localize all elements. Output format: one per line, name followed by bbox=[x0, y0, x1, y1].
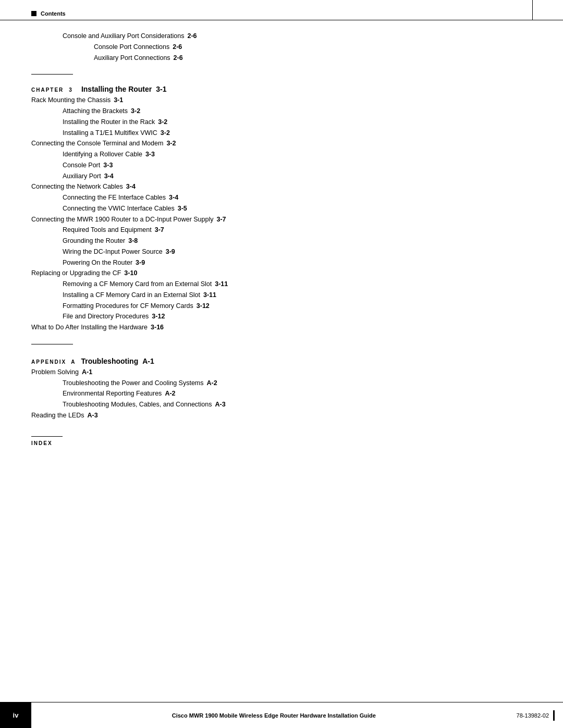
toc-entry: Formatting Procedures for CF Memory Card… bbox=[63, 301, 532, 311]
toc-title: Connecting the VWIC Interface Cables bbox=[63, 204, 175, 214]
toc-entry: Auxiliary Port 3-4 bbox=[63, 171, 532, 181]
toc-entry: File and Directory Procedures 3-12 bbox=[63, 312, 532, 322]
top-header: Contents bbox=[31, 10, 532, 17]
toc-entry: What to Do After Installing the Hardware… bbox=[31, 323, 532, 332]
header-contents-label: Contents bbox=[41, 10, 66, 17]
toc-page: A-2 bbox=[207, 378, 217, 388]
footer-document-title: Cisco MWR 1900 Mobile Wireless Edge Rout… bbox=[31, 712, 517, 719]
index-divider bbox=[31, 436, 63, 437]
toc-page: 3-4 bbox=[104, 171, 114, 181]
toc-section-console: Console and Auxiliary Port Consideration… bbox=[31, 31, 532, 63]
toc-entry: Auxiliary Port Connections 2-6 bbox=[94, 53, 532, 63]
toc-title: Removing a CF Memory Card from an Extern… bbox=[63, 279, 212, 289]
toc-page: 3-4 bbox=[126, 182, 136, 192]
footer-page-label: iv bbox=[0, 702, 31, 728]
toc-title: Formatting Procedures for CF Memory Card… bbox=[63, 301, 193, 311]
toc-page: 3-2 bbox=[131, 106, 140, 116]
toc-entry: Reading the LEDs A-3 bbox=[31, 411, 532, 421]
toc-title: Connecting the Console Terminal and Mode… bbox=[31, 139, 163, 149]
toc-entry: Troubleshooting the Power and Cooling Sy… bbox=[63, 378, 532, 388]
toc-entry: Troubleshooting Modules, Cables, and Con… bbox=[63, 400, 532, 410]
toc-page: 3-7 bbox=[155, 225, 164, 235]
toc-entry: Environmental Reporting Features A-2 bbox=[63, 389, 532, 399]
toc-title: What to Do After Installing the Hardware bbox=[31, 323, 148, 332]
toc-entry: Connecting the Network Cables 3-4 bbox=[31, 182, 532, 192]
index-section: Index bbox=[31, 436, 532, 447]
footer-content: iv Cisco MWR 1900 Mobile Wireless Edge R… bbox=[0, 702, 563, 728]
appendix-label: APPENDIX A bbox=[31, 359, 76, 365]
toc-page: 3-11 bbox=[215, 279, 228, 289]
toc-title: Problem Solving bbox=[31, 367, 79, 377]
toc-title: Environmental Reporting Features bbox=[63, 389, 162, 399]
page-container: Contents Console and Auxiliary Port Cons… bbox=[0, 0, 563, 728]
toc-entry: Console Port 3-3 bbox=[63, 161, 532, 170]
toc-title: Troubleshooting the Power and Cooling Sy… bbox=[63, 378, 204, 388]
toc-page: 2-6 bbox=[173, 42, 182, 52]
toc-title: Console and Auxiliary Port Consideration… bbox=[63, 31, 184, 41]
appendix-a-toc: Problem Solving A-1 Troubleshooting the … bbox=[31, 367, 532, 421]
toc-page: 3-2 bbox=[161, 128, 170, 138]
chapter-divider bbox=[31, 74, 73, 75]
footer-doc-number-text: 78-13982-02 bbox=[517, 712, 549, 719]
toc-page: 2-6 bbox=[187, 31, 197, 41]
toc-entry: Attaching the Brackets 3-2 bbox=[63, 106, 532, 116]
footer-page-number: iv bbox=[13, 711, 19, 719]
toc-page: 3-1 bbox=[114, 95, 123, 105]
toc-title: Identifying a Rollover Cable bbox=[63, 150, 142, 159]
toc-page: 3-3 bbox=[145, 150, 155, 159]
toc-title: Connecting the FE Interface Cables bbox=[63, 193, 166, 203]
toc-page: 3-12 bbox=[152, 312, 165, 322]
toc-page: A-1 bbox=[82, 367, 92, 377]
appendix-page: A-1 bbox=[142, 357, 154, 365]
chapter-number: 3 bbox=[69, 87, 73, 93]
toc-title: Reading the LEDs bbox=[31, 411, 84, 421]
footer-right-bar bbox=[553, 710, 555, 721]
toc-title: Installing a T1/E1 Multiflex VWIC bbox=[63, 128, 157, 138]
toc-title: Installing a CF Memory Card in an Extern… bbox=[63, 290, 200, 300]
index-label: Index bbox=[31, 440, 53, 446]
toc-title: File and Directory Procedures bbox=[63, 312, 149, 322]
toc-title: Console Port Connections bbox=[94, 42, 169, 52]
toc-title: Wiring the DC-Input Power Source bbox=[63, 247, 163, 257]
toc-entry: Rack Mounting the Chassis 3-1 bbox=[31, 95, 532, 105]
toc-title: Connecting the MWR 1900 Router to a DC-I… bbox=[31, 215, 213, 225]
toc-title: Installing the Router in the Rack bbox=[63, 117, 155, 127]
chapter-title: Installing the Router bbox=[81, 85, 152, 93]
toc-entry: Connecting the VWIC Interface Cables 3-5 bbox=[63, 204, 532, 214]
toc-page: A-2 bbox=[165, 389, 175, 399]
toc-entry: Powering On the Router 3-9 bbox=[63, 258, 532, 268]
toc-page: 3-12 bbox=[197, 301, 210, 311]
chapter-label: CHAPTER bbox=[31, 87, 64, 93]
toc-title: Auxiliary Port bbox=[63, 171, 101, 181]
toc-entry: Identifying a Rollover Cable 3-3 bbox=[63, 150, 532, 159]
toc-page: 3-2 bbox=[166, 139, 176, 149]
footer-doc-number: 78-13982-02 bbox=[517, 710, 563, 721]
toc-entry: Console Port Connections 2-6 bbox=[94, 42, 532, 52]
toc-page: 3-2 bbox=[158, 117, 167, 127]
header-square-icon bbox=[31, 11, 36, 16]
toc-entry: Connecting the MWR 1900 Router to a DC-I… bbox=[31, 215, 532, 225]
toc-title: Replacing or Upgrading the CF bbox=[31, 268, 121, 278]
toc-page: 3-4 bbox=[169, 193, 178, 203]
chapter-3-header: CHAPTER 3 Installing the Router 3-1 bbox=[31, 85, 532, 93]
toc-title: Console Port bbox=[63, 161, 100, 170]
toc-page: 2-6 bbox=[174, 53, 183, 63]
toc-page: 3-5 bbox=[178, 204, 187, 214]
bottom-footer: iv Cisco MWR 1900 Mobile Wireless Edge R… bbox=[0, 702, 563, 728]
toc-entry: Connecting the FE Interface Cables 3-4 bbox=[63, 193, 532, 203]
top-right-line bbox=[532, 0, 533, 20]
toc-page: 3-8 bbox=[128, 236, 138, 246]
toc-page: 3-3 bbox=[103, 161, 113, 170]
toc-page: A-3 bbox=[215, 400, 226, 410]
toc-entry: Wiring the DC-Input Power Source 3-9 bbox=[63, 247, 532, 257]
toc-entry: Installing a T1/E1 Multiflex VWIC 3-2 bbox=[63, 128, 532, 138]
toc-page: 3-9 bbox=[136, 258, 145, 268]
top-border bbox=[0, 20, 563, 20]
main-content: Console and Auxiliary Port Consideration… bbox=[31, 31, 532, 686]
toc-entry: Required Tools and Equipment 3-7 bbox=[63, 225, 532, 235]
appendix-a-header: APPENDIX A Troubleshooting A-1 bbox=[31, 357, 532, 365]
spacer bbox=[31, 66, 532, 74]
toc-entry: Removing a CF Memory Card from an Extern… bbox=[63, 279, 532, 289]
toc-entry: Problem Solving A-1 bbox=[31, 367, 532, 377]
toc-page: 3-11 bbox=[203, 290, 216, 300]
